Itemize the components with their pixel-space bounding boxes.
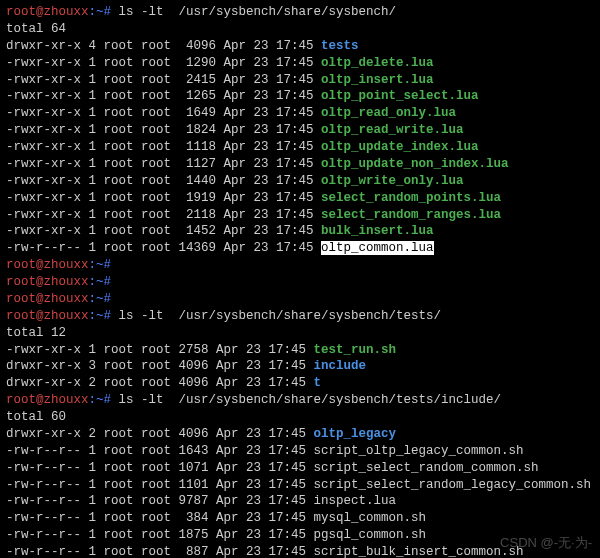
file-meta: -rwxr-xr-x 1 root root 2415 Apr 23 17:45	[6, 73, 321, 87]
file-name: oltp_update_non_index.lua	[321, 157, 509, 171]
file-meta: -rw-r--r-- 1 root root 887 Apr 23 17:45	[6, 545, 314, 558]
prompt-user: root	[6, 5, 36, 19]
total-line: total 12	[6, 325, 594, 342]
file-name: script_bulk_insert_common.sh	[314, 545, 524, 558]
prompt-host: zhouxx	[44, 5, 89, 19]
file-meta: -rwxr-xr-x 1 root root 1265 Apr 23 17:45	[6, 89, 321, 103]
file-row: -rwxr-xr-x 1 root root 1127 Apr 23 17:45…	[6, 156, 594, 173]
prompt-line: root@zhouxx:~# ls -lt /usr/sysbench/shar…	[6, 392, 594, 409]
file-row: -rwxr-xr-x 1 root root 1440 Apr 23 17:45…	[6, 173, 594, 190]
file-row: drwxr-xr-x 4 root root 4096 Apr 23 17:45…	[6, 38, 594, 55]
file-name: t	[314, 376, 322, 390]
file-name: oltp_read_only.lua	[321, 106, 456, 120]
file-name: oltp_point_select.lua	[321, 89, 479, 103]
file-row: drwxr-xr-x 2 root root 4096 Apr 23 17:45…	[6, 375, 594, 392]
file-meta: drwxr-xr-x 3 root root 4096 Apr 23 17:45	[6, 359, 314, 373]
prompt-line: root@zhouxx:~#	[6, 274, 594, 291]
file-row: -rw-r--r-- 1 root root 1071 Apr 23 17:45…	[6, 460, 594, 477]
file-name: oltp_update_index.lua	[321, 140, 479, 154]
file-name: oltp_insert.lua	[321, 73, 434, 87]
file-name: script_select_random_common.sh	[314, 461, 539, 475]
total-line: total 64	[6, 21, 594, 38]
file-meta: -rw-r--r-- 1 root root 1101 Apr 23 17:45	[6, 478, 314, 492]
file-name: inspect.lua	[314, 494, 397, 508]
file-meta: -rwxr-xr-x 1 root root 2118 Apr 23 17:45	[6, 208, 321, 222]
file-name: bulk_insert.lua	[321, 224, 434, 238]
file-meta: -rw-r--r-- 1 root root 1875 Apr 23 17:45	[6, 528, 314, 542]
file-meta: -rw-r--r-- 1 root root 9787 Apr 23 17:45	[6, 494, 314, 508]
file-row: -rwxr-xr-x 1 root root 2118 Apr 23 17:45…	[6, 207, 594, 224]
file-meta: -rw-r--r-- 1 root root 384 Apr 23 17:45	[6, 511, 314, 525]
file-row: -rw-r--r-- 1 root root 1643 Apr 23 17:45…	[6, 443, 594, 460]
command-text: ls -lt /usr/sysbench/share/sysbench/test…	[119, 393, 502, 407]
file-row: -rwxr-xr-x 1 root root 1919 Apr 23 17:45…	[6, 190, 594, 207]
file-meta: -rwxr-xr-x 1 root root 1290 Apr 23 17:45	[6, 56, 321, 70]
file-meta: drwxr-xr-x 4 root root 4096 Apr 23 17:45	[6, 39, 321, 53]
file-row: drwxr-xr-x 2 root root 4096 Apr 23 17:45…	[6, 426, 594, 443]
file-meta: -rw-r--r-- 1 root root 14369 Apr 23 17:4…	[6, 241, 321, 255]
file-row: -rwxr-xr-x 1 root root 1118 Apr 23 17:45…	[6, 139, 594, 156]
watermark: CSDN @-无·为-	[500, 534, 592, 552]
total-line: total 60	[6, 409, 594, 426]
file-row: -rwxr-xr-x 1 root root 1824 Apr 23 17:45…	[6, 122, 594, 139]
file-row: -rwxr-xr-x 1 root root 2758 Apr 23 17:45…	[6, 342, 594, 359]
prompt-line: root@zhouxx:~#	[6, 257, 594, 274]
file-row: -rw-r--r-- 1 root root 384 Apr 23 17:45 …	[6, 510, 594, 527]
file-row: -rwxr-xr-x 1 root root 1452 Apr 23 17:45…	[6, 223, 594, 240]
file-name: oltp_common.lua	[321, 241, 434, 255]
file-meta: -rwxr-xr-x 1 root root 2758 Apr 23 17:45	[6, 343, 314, 357]
file-meta: -rwxr-xr-x 1 root root 1649 Apr 23 17:45	[6, 106, 321, 120]
file-meta: -rwxr-xr-x 1 root root 1919 Apr 23 17:45	[6, 191, 321, 205]
file-name: test_run.sh	[314, 343, 397, 357]
command-text: ls -lt /usr/sysbench/share/sysbench/test…	[119, 309, 442, 323]
file-row: -rwxr-xr-x 1 root root 1290 Apr 23 17:45…	[6, 55, 594, 72]
file-meta: -rwxr-xr-x 1 root root 1118 Apr 23 17:45	[6, 140, 321, 154]
command-text: ls -lt /usr/sysbench/share/sysbench/	[119, 5, 397, 19]
file-row: -rw-r--r-- 1 root root 1101 Apr 23 17:45…	[6, 477, 594, 494]
file-meta: -rw-r--r-- 1 root root 1643 Apr 23 17:45	[6, 444, 314, 458]
file-name: oltp_write_only.lua	[321, 174, 464, 188]
file-name: oltp_read_write.lua	[321, 123, 464, 137]
file-meta: -rwxr-xr-x 1 root root 1440 Apr 23 17:45	[6, 174, 321, 188]
prompt-line: root@zhouxx:~# ls -lt /usr/sysbench/shar…	[6, 308, 594, 325]
file-meta: -rwxr-xr-x 1 root root 1127 Apr 23 17:45	[6, 157, 321, 171]
file-row: drwxr-xr-x 3 root root 4096 Apr 23 17:45…	[6, 358, 594, 375]
file-meta: -rwxr-xr-x 1 root root 1824 Apr 23 17:45	[6, 123, 321, 137]
file-name: select_random_points.lua	[321, 191, 501, 205]
file-name: select_random_ranges.lua	[321, 208, 501, 222]
file-meta: -rwxr-xr-x 1 root root 1452 Apr 23 17:45	[6, 224, 321, 238]
file-name: mysql_common.sh	[314, 511, 427, 525]
prompt-line: root@zhouxx:~#	[6, 291, 594, 308]
file-meta: drwxr-xr-x 2 root root 4096 Apr 23 17:45	[6, 427, 314, 441]
file-meta: -rw-r--r-- 1 root root 1071 Apr 23 17:45	[6, 461, 314, 475]
file-name: include	[314, 359, 367, 373]
file-row: -rwxr-xr-x 1 root root 1649 Apr 23 17:45…	[6, 105, 594, 122]
file-name: oltp_legacy	[314, 427, 397, 441]
file-name: pgsql_common.sh	[314, 528, 427, 542]
terminal-output[interactable]: root@zhouxx:~# ls -lt /usr/sysbench/shar…	[6, 4, 594, 558]
prompt-sep: :~#	[89, 5, 119, 19]
file-name: tests	[321, 39, 359, 53]
file-meta: drwxr-xr-x 2 root root 4096 Apr 23 17:45	[6, 376, 314, 390]
prompt-line: root@zhouxx:~# ls -lt /usr/sysbench/shar…	[6, 4, 594, 21]
file-row: -rwxr-xr-x 1 root root 2415 Apr 23 17:45…	[6, 72, 594, 89]
file-name: script_select_random_legacy_common.sh	[314, 478, 592, 492]
file-row: -rw-r--r-- 1 root root 9787 Apr 23 17:45…	[6, 493, 594, 510]
file-row: -rw-r--r-- 1 root root 14369 Apr 23 17:4…	[6, 240, 594, 257]
file-name: oltp_delete.lua	[321, 56, 434, 70]
file-row: -rwxr-xr-x 1 root root 1265 Apr 23 17:45…	[6, 88, 594, 105]
file-name: script_oltp_legacy_common.sh	[314, 444, 524, 458]
